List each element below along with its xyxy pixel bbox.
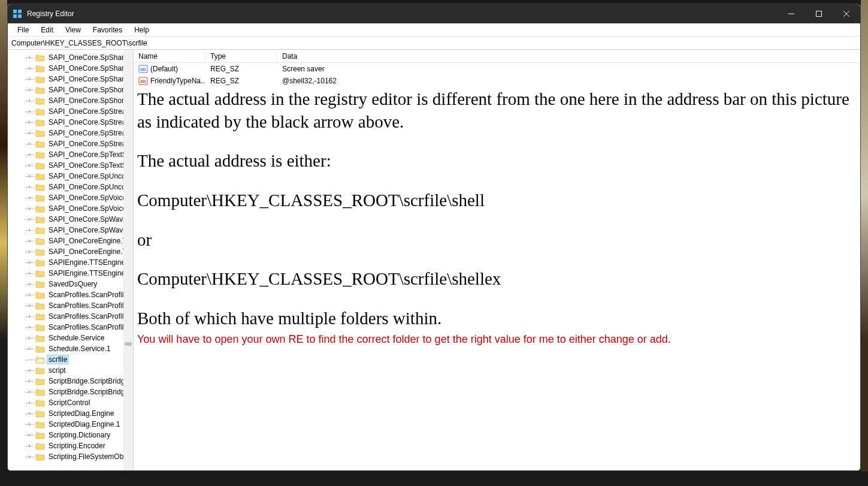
tree-node[interactable]: ›Scripting.FileSystemOb… [8,451,133,462]
tree-node[interactable]: ›SAPI_OneCore.SpUncor… [8,171,133,182]
tree-node[interactable]: scrfile [8,354,133,365]
expand-icon[interactable]: › [28,443,34,449]
column-name[interactable]: Name [134,51,205,62]
tree-node-label: Scripting.Dictionary [47,431,111,439]
tree-node[interactable]: ›SAPI_OneCore.SpStrear… [8,128,133,138]
expand-icon[interactable]: › [28,87,34,93]
tree-node-label: SAPI_OneCoreEngine.T… [47,247,133,256]
tree-node[interactable]: ›SAPIEngine.TTSEngine [8,257,133,268]
tree-node[interactable]: ›SAPI_OneCore.SpVoice.… [8,203,133,214]
expand-icon[interactable] [28,357,34,363]
expand-icon[interactable]: › [28,270,34,276]
expand-icon[interactable]: › [28,206,34,212]
expand-icon[interactable]: › [28,119,34,125]
tree-node[interactable]: ›ScanProfiles.ScanProfile… [8,311,133,322]
expand-icon[interactable]: › [28,410,34,416]
expand-icon[interactable]: › [28,195,34,201]
value-name: ab(Default) [134,64,205,74]
expand-icon[interactable]: › [28,292,34,298]
expand-icon[interactable]: › [28,249,34,255]
tree-node-label: scrfile [47,355,68,364]
expand-icon[interactable]: › [28,55,34,61]
expand-icon[interactable]: › [28,378,34,384]
expand-icon[interactable]: › [28,367,34,373]
expand-icon[interactable]: › [28,259,34,265]
tree-node[interactable]: ›script [8,365,133,376]
tree-node-label: Schedule.Service.1 [47,345,111,353]
expand-icon[interactable]: › [28,227,34,233]
tree-node[interactable]: ›SAPI_OneCore.SpStrear… [8,117,133,128]
tree-node[interactable]: ›SAPI_OneCore.SpWavel… [8,214,133,225]
expand-icon[interactable]: › [28,335,34,341]
tree-node[interactable]: ›SAPI_OneCore.SpShare… [8,74,133,84]
expand-icon[interactable]: › [28,346,34,352]
tree-node[interactable]: ›ScriptedDiag.Engine.1 [8,419,133,430]
expand-icon[interactable]: › [28,184,34,190]
tree-node[interactable]: ›SAPI_OneCore.SpVoice [8,192,133,203]
tree-node[interactable]: ›SAPI_OneCore.SpShortc… [8,84,133,95]
tree-node[interactable]: ›SAPI_OneCore.SpShare… [8,52,133,63]
svg-rect-1 [18,10,22,13]
menu-favorites[interactable]: Favorites [87,25,128,35]
expand-icon[interactable]: › [28,65,34,71]
menu-help[interactable]: Help [128,25,155,35]
tree-node[interactable]: ›SavedDsQuery [8,279,133,289]
menu-edit[interactable]: Edit [35,25,59,35]
expand-icon[interactable]: › [28,216,34,222]
tree-node[interactable]: ›SAPI_OneCore.SpStrear… [8,106,133,117]
titlebar[interactable]: Registry Editor [8,4,860,23]
tree-node[interactable]: ›ScanProfiles.ScanProfile… [8,322,133,333]
address-bar[interactable]: Computer\HKEY_CLASSES_ROOT\scrfile [8,37,860,50]
tree-node[interactable]: ›Scripting.Encoder [8,440,133,451]
tree-node[interactable]: ›SAPI_OneCore.SpShare… [8,63,133,74]
tree-node[interactable]: ›ScanProfiles.ScanProfile… [8,300,133,311]
expand-icon[interactable]: › [28,173,34,179]
tree-node[interactable]: ›ScriptBridge.ScriptBridg… [8,376,133,387]
expand-icon[interactable]: › [28,389,34,395]
maximize-button[interactable] [805,4,833,23]
expand-icon[interactable]: › [28,400,34,406]
tree-node[interactable]: ›SAPI_OneCoreEngine.T… [8,236,133,246]
tree-scrollbar-thumb[interactable] [125,342,132,346]
minimize-button[interactable] [778,4,805,23]
expand-icon[interactable]: › [28,454,34,460]
tree-node[interactable]: ›SAPI_OneCore.SpWavel… [8,225,133,236]
tree-node[interactable]: ›ScriptedDiag.Engine [8,408,133,419]
value-row[interactable]: abFriendlyTypeNa...REG_SZ@shell32,-10162 [134,75,860,87]
value-row[interactable]: ab(Default)REG_SZScreen saver [134,63,860,75]
tree-node[interactable]: ›SAPI_OneCore.SpTextSe… [8,160,133,171]
tree-node[interactable]: ›Scripting.Dictionary [8,430,133,440]
column-type[interactable]: Type [205,51,277,62]
expand-icon[interactable]: › [28,238,34,244]
tree-node[interactable]: ›ScanProfiles.ScanProfile… [8,289,133,300]
tree-scrollbar[interactable] [123,50,133,470]
tree-node[interactable]: ›SAPI_OneCore.SpUncor… [8,182,133,192]
expand-icon[interactable]: › [28,281,34,287]
expand-icon[interactable]: › [28,421,34,427]
close-button[interactable] [833,4,860,23]
expand-icon[interactable]: › [28,130,34,136]
menu-view[interactable]: View [59,25,87,35]
tree-node[interactable]: ›SAPI_OneCore.SpShortc… [8,95,133,106]
expand-icon[interactable]: › [28,98,34,104]
expand-icon[interactable]: › [28,152,34,158]
tree-node[interactable]: ›Schedule.Service.1 [8,343,133,354]
tree-node[interactable]: ›ScriptControl [8,397,133,408]
tree-node[interactable]: ›SAPI_OneCore.SpTextSe… [8,149,133,160]
expand-icon[interactable]: › [28,162,34,168]
expand-icon[interactable]: › [28,303,34,309]
expand-icon[interactable]: › [28,313,34,319]
expand-icon[interactable]: › [28,108,34,114]
column-data[interactable]: Data [277,51,860,62]
tree-node[interactable]: ›Schedule.Service [8,333,133,343]
tree-node[interactable]: ›SAPI_OneCoreEngine.T… [8,246,133,257]
tree-node[interactable]: ›SAPI_OneCore.SpStrear… [8,138,133,149]
menu-file[interactable]: File [11,25,35,35]
tree-node[interactable]: ›ScriptBridge.ScriptBridg… [8,387,133,397]
expand-icon[interactable]: › [28,432,34,438]
expand-icon[interactable]: › [28,76,34,82]
expand-icon[interactable]: › [28,324,34,330]
tree-node[interactable]: ›SAPIEngine.TTSEngine.… [8,268,133,279]
tree-pane[interactable]: ›SAPI_OneCore.SpShare…›SAPI_OneCore.SpSh… [8,50,134,470]
expand-icon[interactable]: › [28,141,34,147]
